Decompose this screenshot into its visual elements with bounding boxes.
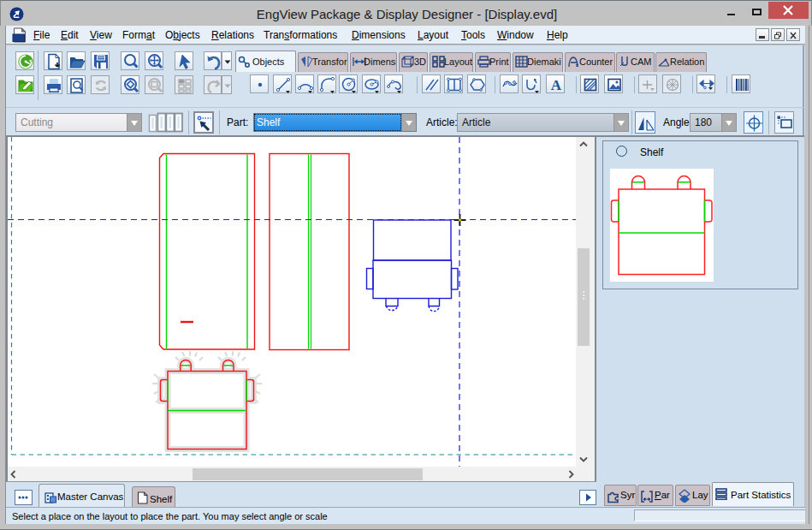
svg-text:A: A [551, 77, 562, 93]
